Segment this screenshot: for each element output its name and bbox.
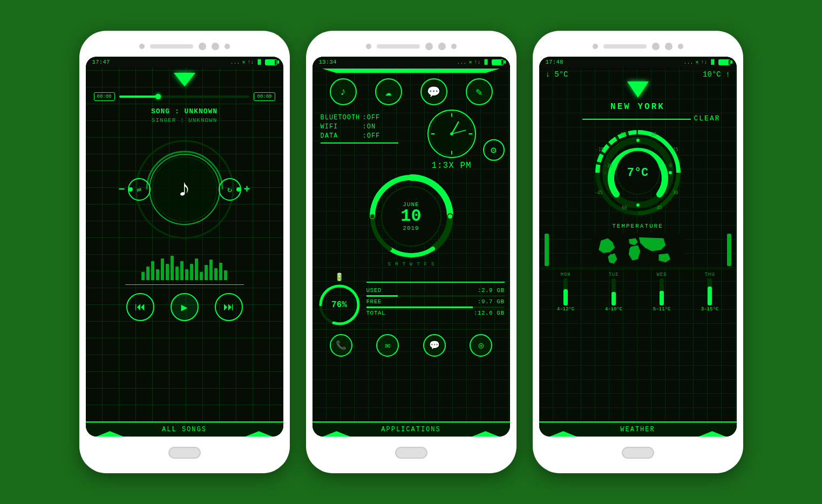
phone-1-dot-2: [199, 43, 206, 50]
status-right-3: ... ✕ ↑↓ ▐▌: [683, 59, 730, 65]
data-label: DATA: [321, 132, 358, 140]
progress-row[interactable]: 00:00 00:00: [94, 92, 275, 101]
temp-up: 10°C ↑: [703, 70, 730, 79]
home-button-2[interactable]: [395, 447, 427, 459]
total-val: :12.6 GB: [474, 310, 505, 316]
eq-bar-12: [195, 258, 198, 280]
eq-bar-13: [200, 272, 203, 280]
play-button[interactable]: ▶: [171, 293, 199, 321]
eq-bar-15: [209, 260, 213, 280]
phone-2-screen: 13:34 ... ✕ ↑↓ ▐▌ ♪ ☁ 💬 ✎: [313, 57, 510, 437]
calendar-ring: JUNE 10 2019: [368, 173, 454, 260]
storage-bar-free: [366, 307, 505, 308]
prev-button[interactable]: ⏮: [126, 293, 154, 321]
music-screen: 00:00 00:00 SONG : UNKNOWN SINGER : UNKN…: [86, 67, 283, 421]
phone-3-top: [539, 40, 737, 52]
battery-icon-3: [718, 59, 730, 65]
start-time: 00:00: [94, 92, 115, 101]
phone-2-top: [313, 40, 510, 52]
app-icon-chat[interactable]: 💬: [420, 78, 447, 105]
world-map-svg: [553, 234, 723, 266]
weather-screen: ↓ 5°C 10°C ↑ NEW YORK CLEAR: [539, 67, 737, 421]
forecast-mon: MON 4-12°C: [557, 272, 574, 312]
condition-text: CLEAR: [694, 114, 720, 122]
forecast-tue-bar: [612, 278, 616, 305]
vol-plus[interactable]: +: [244, 183, 250, 196]
storage-used: USED :2.9 GB: [366, 287, 505, 294]
apps-bottom-label: APPLICATIONS: [313, 421, 510, 437]
next-button[interactable]: ⏭: [215, 293, 243, 321]
forecast-wed-bar: [660, 278, 664, 305]
app-icon-email[interactable]: ✉: [376, 334, 399, 357]
eq-bar-7: [171, 256, 174, 280]
phone-1-dot-1: [139, 44, 145, 49]
home-button-3[interactable]: [622, 447, 654, 459]
progress-dot: [155, 94, 161, 99]
eq-bar-8: [175, 267, 179, 280]
storage-fill-used: [366, 295, 398, 297]
forecast-tue-name: TUE: [608, 272, 619, 277]
app-icon-phone[interactable]: 📞: [330, 334, 352, 357]
weather-header: ↓ 5°C 10°C ↑: [539, 67, 737, 81]
home-button-1[interactable]: [168, 447, 201, 459]
forecast-wed-name: WED: [656, 272, 667, 277]
current-temp: 7°C: [589, 124, 687, 221]
forecast-tue: TUE 4-10°C: [605, 272, 622, 312]
status-time-2: 13:34: [319, 59, 337, 65]
status-right-2: ... ✕ ↑↓ ▐▌: [457, 59, 503, 65]
phone-3-dot-4: [678, 44, 683, 49]
eq-bar-17: [219, 263, 222, 280]
transport-controls: ⏮ ▶ ⏭: [94, 293, 275, 321]
day-t1: T: [402, 262, 405, 267]
phone-3-bottom: [539, 442, 737, 464]
vol-dot-right: [236, 187, 241, 192]
battery-percentage: 76%: [318, 283, 361, 326]
day-s2: S: [431, 262, 434, 267]
forecast-thu: THU 3-15°C: [701, 272, 718, 312]
day-letters: S M T W T F S: [365, 262, 457, 267]
clock-svg: [429, 111, 475, 157]
day-f: F: [424, 262, 427, 267]
cal-year: 2019: [403, 225, 419, 231]
apps-screen: ♪ ☁ 💬 ✎ BLUETOOTH :OFF WIFI :ON: [313, 67, 510, 421]
phone-1-top: [86, 40, 283, 52]
day-m: M: [395, 262, 398, 267]
app-icon-browser[interactable]: ◎: [470, 334, 492, 357]
clock-section: 1:3X PM: [425, 110, 479, 171]
vol-minus[interactable]: −: [118, 183, 125, 196]
app-icon-music[interactable]: ♪: [330, 78, 357, 105]
app-icons-row: ♪ ☁ 💬 ✎: [313, 74, 510, 110]
eq-bar-3: [151, 261, 154, 280]
phone-3-screen: 17:48 ... ✕ ↑↓ ▐▌ ↓ 5°C 10°C ↑: [539, 57, 737, 437]
app-icon-edit[interactable]: ✎: [466, 78, 493, 105]
calendar-section: JUNE 10 2019 S M T W T F S: [365, 173, 457, 267]
progress-bar[interactable]: [119, 96, 250, 98]
status-bar-2: 13:34 ... ✕ ↑↓ ▐▌: [313, 57, 510, 67]
app-icon-sms[interactable]: 💬: [423, 334, 446, 357]
conn-data: DATA :OFF: [321, 132, 418, 140]
world-map-section: [539, 231, 737, 269]
conn-clock-row: BLUETOOTH :OFF WIFI :ON DATA :OFF: [313, 110, 510, 171]
forecast-row: MON 4-12°C TUE 4-10°C WED: [539, 269, 737, 315]
singer-name: SINGER : UNKNOWN: [94, 117, 275, 124]
settings-icon[interactable]: ⚙: [483, 139, 505, 161]
condition-line: [582, 119, 691, 120]
phone-2-speaker: [377, 44, 420, 49]
music-bottom-label: ALL SONGS: [86, 421, 283, 437]
player-center: − ⇌ ↻ ♪: [94, 135, 275, 243]
eq-bar-18: [224, 270, 227, 280]
phone-2-bottom: [313, 442, 510, 464]
music-triangle: [174, 73, 195, 86]
eq-bar-5: [161, 258, 164, 280]
free-label: FREE: [366, 298, 382, 305]
storage-free: FREE :9.7 GB: [366, 298, 505, 305]
condition-container: CLEAR: [539, 114, 737, 122]
settings-container: ⚙: [483, 110, 505, 171]
conn-bluetooth: BLUETOOTH :OFF: [321, 114, 418, 121]
app-icon-weather[interactable]: ☁: [375, 78, 402, 105]
phone-3-dot-2: [652, 43, 660, 50]
weather-triangle-container: [539, 81, 737, 98]
battery-storage-section: 🔋 76% USED :2.9 GB: [313, 270, 510, 329]
eq-bar-4: [156, 269, 159, 280]
wifi-label: WIFI: [321, 123, 358, 131]
